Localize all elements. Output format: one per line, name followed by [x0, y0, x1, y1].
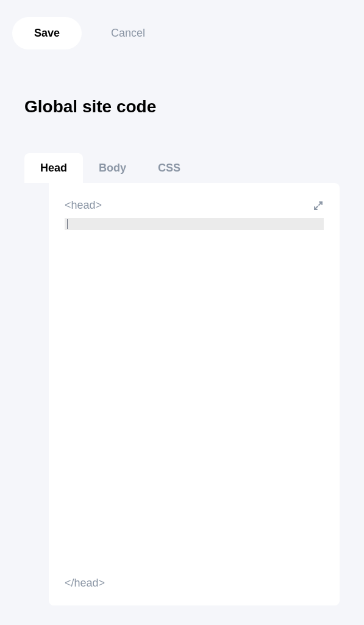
- editor-open-tag-label: <head>: [65, 199, 102, 212]
- page-title: Global site code: [0, 60, 364, 117]
- tabs: Head Body CSS: [24, 153, 364, 183]
- code-editor-panel: <head> </head>: [49, 183, 340, 605]
- tab-body[interactable]: Body: [83, 153, 142, 183]
- editor-header: <head>: [65, 199, 324, 212]
- toolbar: Save Cancel: [0, 0, 364, 60]
- code-input-line[interactable]: [65, 218, 324, 230]
- cancel-button[interactable]: Cancel: [96, 17, 160, 49]
- tab-css[interactable]: CSS: [142, 153, 196, 183]
- text-cursor: [67, 219, 68, 229]
- tabs-container: Head Body CSS <head> </head>: [0, 117, 364, 605]
- editor-close-tag-label: </head>: [65, 577, 324, 590]
- editor-body[interactable]: [65, 235, 324, 577]
- save-button[interactable]: Save: [12, 17, 82, 49]
- tab-head[interactable]: Head: [24, 153, 83, 183]
- expand-icon[interactable]: [313, 200, 324, 211]
